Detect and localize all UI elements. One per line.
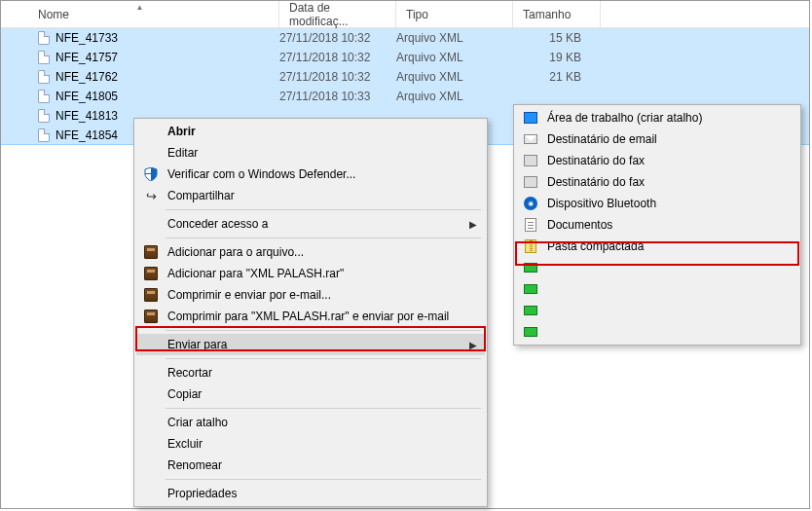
mail-icon	[522, 130, 539, 148]
xml-file-icon	[36, 50, 52, 65]
submenu-bluetooth[interactable]: ⁕ Dispositivo Bluetooth	[516, 193, 798, 214]
menu-label: Destinatário do fax	[547, 154, 645, 167]
menu-label: Pasta compactada	[547, 239, 644, 253]
submenu-item[interactable]	[516, 321, 798, 343]
column-header-date[interactable]: Data de modificaç...	[279, 1, 396, 27]
menu-add-rar[interactable]: Adicionar para "XML PALASH.rar"	[136, 263, 485, 284]
menu-defender[interactable]: Verificar com o Windows Defender...	[136, 164, 485, 185]
send-to-submenu: Área de trabalho (criar atalho) Destinat…	[513, 104, 801, 346]
menu-rename[interactable]: Renomear	[136, 455, 485, 476]
rar-icon	[142, 243, 160, 261]
file-type: Arquivo XML	[396, 31, 513, 45]
column-label: Data de modificaç...	[289, 1, 386, 28]
menu-grant-access[interactable]: Conceder acesso a ▶	[136, 213, 485, 235]
menu-label: Adicionar para "XML PALASH.rar"	[167, 267, 344, 280]
share-icon: ↪	[142, 187, 160, 204]
zip-folder-icon	[522, 237, 539, 255]
xml-file-icon	[36, 89, 52, 104]
menu-label: Renomear	[167, 458, 222, 472]
file-type: Arquivo XML	[396, 90, 513, 103]
menu-share[interactable]: ↪ Compartilhar	[136, 185, 485, 206]
file-date: 27/11/2018 10:32	[279, 70, 396, 84]
xml-file-icon	[36, 69, 52, 85]
column-header-row: Nome ▲ Data de modificaç... Tipo Tamanho	[1, 1, 809, 28]
menu-label: Enviar para	[167, 338, 227, 351]
shield-icon	[142, 165, 160, 183]
menu-label: Editar	[167, 146, 198, 160]
menu-copy[interactable]: Copiar	[136, 383, 485, 405]
separator	[166, 479, 481, 480]
xml-file-icon	[36, 128, 52, 143]
menu-compress-email[interactable]: Comprimir e enviar por e-mail...	[136, 284, 485, 306]
submenu-compressed-folder[interactable]: Pasta compactada	[516, 236, 798, 257]
menu-add-archive[interactable]: Adicionar para o arquivo...	[136, 241, 485, 263]
device-icon	[522, 302, 539, 319]
file-row[interactable]: NFE_41757 27/11/2018 10:32 Arquivo XML 1…	[1, 47, 809, 67]
rar-icon	[142, 308, 160, 325]
menu-label: Dispositivo Bluetooth	[547, 197, 656, 210]
menu-label: Excluir	[167, 437, 203, 451]
submenu-fax[interactable]: Destinatário do fax	[516, 150, 798, 171]
column-header-type[interactable]: Tipo	[396, 1, 513, 27]
device-icon	[522, 280, 539, 298]
column-label: Tipo	[406, 8, 428, 21]
sort-ascending-icon: ▲	[136, 3, 144, 12]
svg-rect-0	[145, 173, 157, 174]
file-size: 19 KB	[513, 51, 591, 64]
context-menu: Abrir Editar Verificar com o Windows Def…	[133, 118, 488, 507]
menu-label: Abrir	[167, 125, 196, 138]
file-name: NFE_41762	[55, 70, 118, 84]
menu-label: Propriedades	[167, 487, 237, 500]
menu-properties[interactable]: Propriedades	[136, 483, 485, 504]
menu-edit[interactable]: Editar	[136, 142, 485, 164]
menu-label: Destinatário de email	[547, 132, 657, 146]
submenu-fax[interactable]: Destinatário do fax	[516, 171, 798, 193]
device-icon	[522, 323, 539, 341]
column-header-name[interactable]: Nome ▲	[1, 1, 279, 27]
xml-file-icon	[36, 30, 52, 46]
menu-label: Recortar	[167, 366, 212, 380]
menu-label: Comprimir e enviar por e-mail...	[167, 288, 331, 302]
submenu-arrow-icon: ▶	[469, 219, 477, 230]
fax-icon	[522, 173, 539, 191]
separator	[166, 209, 481, 210]
file-size: 15 KB	[513, 31, 591, 45]
bluetooth-icon: ⁕	[522, 195, 539, 212]
file-row[interactable]: NFE_41733 27/11/2018 10:32 Arquivo XML 1…	[1, 27, 809, 48]
documents-icon	[522, 216, 539, 234]
menu-label: Comprimir para "XML PALASH.rar" e enviar…	[167, 310, 449, 323]
file-date: 27/11/2018 10:32	[279, 51, 396, 64]
menu-label: Área de trabalho (criar atalho)	[547, 111, 702, 125]
xml-file-icon	[36, 108, 52, 124]
menu-label: Conceder acesso a	[167, 217, 268, 231]
menu-delete[interactable]: Excluir	[136, 433, 485, 455]
menu-label: Copiar	[167, 387, 202, 401]
file-name: NFE_41805	[55, 90, 118, 103]
file-type: Arquivo XML	[396, 51, 513, 64]
file-size: 21 KB	[513, 70, 591, 84]
file-name: NFE_41854	[55, 128, 118, 142]
submenu-item[interactable]	[516, 257, 798, 278]
submenu-item[interactable]	[516, 278, 798, 300]
rar-icon	[142, 265, 160, 282]
fax-icon	[522, 152, 539, 169]
file-row[interactable]: NFE_41762 27/11/2018 10:32 Arquivo XML 2…	[1, 66, 809, 87]
separator	[166, 330, 481, 331]
menu-label: Destinatário do fax	[547, 175, 645, 189]
menu-send-to[interactable]: Enviar para ▶	[136, 334, 485, 355]
separator	[166, 358, 481, 359]
submenu-email[interactable]: Destinatário de email	[516, 128, 798, 150]
file-name: NFE_41733	[55, 31, 118, 45]
menu-cut[interactable]: Recortar	[136, 362, 485, 383]
file-row[interactable]: NFE_41805 27/11/2018 10:33 Arquivo XML	[1, 86, 809, 106]
column-header-size[interactable]: Tamanho	[513, 1, 601, 27]
menu-create-shortcut[interactable]: Criar atalho	[136, 412, 485, 433]
file-name: NFE_41813	[55, 109, 118, 123]
menu-compress-rar-email[interactable]: Comprimir para "XML PALASH.rar" e enviar…	[136, 306, 485, 327]
submenu-documents[interactable]: Documentos	[516, 214, 798, 236]
submenu-desktop[interactable]: Área de trabalho (criar atalho)	[516, 107, 798, 128]
separator	[166, 237, 481, 238]
menu-open[interactable]: Abrir	[136, 121, 485, 142]
submenu-item[interactable]	[516, 300, 798, 321]
rar-icon	[142, 286, 160, 304]
